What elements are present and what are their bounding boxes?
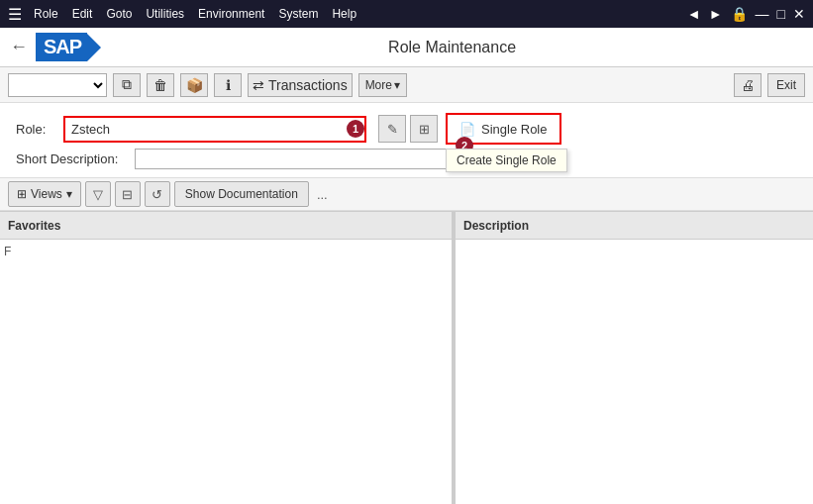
short-description-input[interactable]: [135, 149, 452, 169]
exit-label: Exit: [776, 78, 796, 92]
menu-help[interactable]: Help: [332, 7, 356, 21]
filter2-button[interactable]: ⊟: [115, 181, 141, 207]
page-title: Role Maintenance: [101, 39, 803, 56]
menu-utilities[interactable]: Utilities: [146, 7, 184, 21]
maximize-icon[interactable]: □: [777, 6, 785, 22]
menu-environment[interactable]: Environment: [198, 7, 264, 21]
more-label: More: [365, 78, 392, 92]
lock-icon: 🔒: [731, 6, 748, 22]
favorites-header: Favorites: [0, 212, 452, 240]
main-toolbar: ⧉ 🗑 📦 ℹ ⇄ Transactions More ▾ 🖨 Exit: [0, 67, 813, 103]
views-chevron-icon: ▾: [66, 187, 72, 201]
transport-button[interactable]: 📦: [180, 73, 208, 97]
single-role-btn-wrapper: 📄 Single Role 2 Create Single Role: [446, 113, 561, 145]
more-chevron-icon: ▾: [394, 78, 400, 92]
main-table: Favorites F Description: [0, 211, 813, 504]
print-button[interactable]: 🖨: [734, 73, 762, 97]
favorites-header-label: Favorites: [8, 219, 60, 233]
role-action-buttons: ✎ ⊞: [378, 115, 438, 143]
menu-bar: Role Edit Goto Utilities Environment Sys…: [34, 7, 356, 21]
info-button[interactable]: ℹ: [214, 73, 242, 97]
transactions-label: Transactions: [268, 77, 348, 93]
description-header: Description: [456, 212, 813, 240]
badge-1: 1: [347, 120, 364, 138]
role-dropdown[interactable]: [8, 73, 107, 97]
window-controls: ◄ ► 🔒 — □ ✕: [687, 6, 805, 22]
delete-button[interactable]: 🗑: [147, 73, 174, 97]
more-button[interactable]: More ▾: [358, 73, 407, 97]
menu-role[interactable]: Role: [34, 7, 58, 21]
refresh-button[interactable]: ↺: [145, 181, 170, 207]
filter2-icon: ⊟: [122, 187, 133, 202]
favorites-body: F: [0, 240, 452, 504]
role-input-wrapper: Zstech 1: [63, 116, 366, 143]
show-documentation-label: Show Documentation: [185, 187, 298, 201]
close-icon[interactable]: ✕: [793, 6, 805, 22]
single-role-label: Single Role: [481, 122, 548, 137]
back-button[interactable]: ←: [10, 37, 28, 57]
exit-button[interactable]: Exit: [767, 73, 805, 97]
transactions-icon: ⇄: [253, 77, 264, 93]
copy-icon: ⧉: [122, 76, 132, 93]
sap-header: ← SAP Role Maintenance: [0, 28, 813, 67]
favorites-column: Favorites F: [0, 212, 456, 504]
description-header-label: Description: [463, 219, 529, 233]
short-description-label: Short Description:: [16, 151, 135, 166]
tooltip-text: Create Single Role: [457, 153, 557, 167]
views-label: Views: [31, 187, 62, 201]
edit-icon: ✎: [387, 122, 398, 137]
nav-forward-icon[interactable]: ►: [709, 6, 723, 22]
sap-logo: SAP: [36, 33, 87, 61]
filter-icon: ▽: [93, 187, 103, 202]
refresh-icon: ↺: [152, 187, 162, 202]
show-documentation-button[interactable]: Show Documentation: [174, 181, 309, 207]
transactions-icon-btn[interactable]: ⇄ Transactions: [248, 73, 353, 97]
single-role-icon: 📄: [459, 122, 475, 137]
more-dots[interactable]: ...: [317, 187, 328, 202]
short-description-row: Short Description:: [0, 149, 813, 177]
hamburger-icon[interactable]: ☰: [8, 5, 22, 24]
title-bar: ☰ Role Edit Goto Utilities Environment S…: [0, 0, 813, 28]
role-field-label: Role:: [16, 122, 55, 137]
views-button[interactable]: ⊞ Views ▾: [8, 181, 81, 207]
description-body: [456, 240, 813, 504]
secondary-toolbar: ⊞ Views ▾ ▽ ⊟ ↺ Show Documentation ...: [0, 177, 813, 211]
menu-edit[interactable]: Edit: [72, 7, 93, 21]
minimize-icon[interactable]: —: [756, 6, 769, 22]
sap-logo-triangle: [87, 34, 101, 61]
transport-icon: 📦: [186, 77, 203, 93]
nav-back-icon[interactable]: ◄: [687, 6, 701, 22]
print-icon: 🖨: [741, 77, 755, 93]
copy-button[interactable]: ⧉: [113, 73, 141, 97]
menu-goto[interactable]: Goto: [106, 7, 132, 21]
create-single-role-tooltip: Create Single Role: [446, 149, 567, 172]
filter-button[interactable]: ▽: [85, 181, 111, 207]
delete-icon: 🗑: [153, 77, 167, 93]
menu-system[interactable]: System: [278, 7, 318, 21]
role-form: Role: Zstech 1 ✎ ⊞ 📄 Single Role 2 Creat…: [0, 103, 813, 149]
views-icon: ⊞: [17, 187, 27, 201]
edit-role-button[interactable]: ✎: [378, 115, 406, 143]
info-icon: ℹ: [226, 77, 231, 93]
compare-icon: ⊞: [419, 122, 430, 137]
compare-role-button[interactable]: ⊞: [410, 115, 438, 143]
favorites-row-1: F: [4, 245, 11, 258]
description-column: Description: [456, 212, 813, 504]
role-input[interactable]: Zstech: [65, 118, 343, 141]
